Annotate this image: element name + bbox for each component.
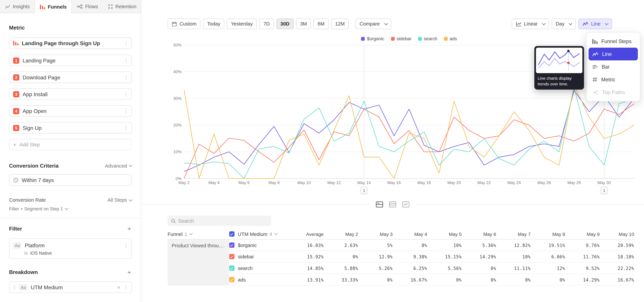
kebab-icon[interactable]: ⋮ [124,242,128,248]
funnel-icon [13,40,18,46]
linear-axes-icon [516,21,522,26]
line-dropdown-button[interactable]: Line [578,18,612,29]
date-button-label: Custom [180,21,196,27]
x-axis-tick: May 12 [327,180,341,185]
kebab-icon[interactable]: ⋮ [124,284,128,290]
linear-dropdown-button[interactable]: Linear [512,18,549,29]
search-row [168,216,634,226]
value-cell: 14.29% [565,274,600,286]
date-custom-button[interactable]: Custom [168,18,200,29]
annotation-marker[interactable]: 1 [601,187,608,194]
series-label: sidebar [238,254,254,260]
funnel-step-2[interactable]: 2Download Page⋮ [9,72,132,83]
date-12m-button[interactable]: 12M [331,18,349,29]
view-toggle-chart[interactable] [401,200,410,208]
dropdown-button-label: Day [556,21,564,27]
tab-funnels[interactable]: Funnels [35,0,72,14]
funnel-step-5[interactable]: 5Sign Up⋮ [9,122,132,134]
value-cell: 16.67% [600,274,634,286]
tab-insights[interactable]: Insights [0,0,35,13]
table-row-organic[interactable]: $organic [229,240,278,251]
legend-item-search[interactable]: search [418,36,437,41]
value-cell: 12.82% [496,240,531,251]
y-axis-tick: 50% [173,42,182,47]
checkbox-checked-icon[interactable] [229,242,234,248]
search-box[interactable] [168,216,271,226]
check-icon [230,243,233,246]
step-label: App Install [23,91,120,97]
legend-item-sidebar[interactable]: sidebar [391,36,412,41]
value-cell: 18.18% [600,251,634,262]
view-toggle-table[interactable] [388,200,397,208]
breakdown-column-header[interactable]: UTM Medium4 [229,229,278,240]
kebab-icon[interactable]: ⋮ [124,91,128,97]
advanced-dropdown[interactable]: Advanced [105,163,132,168]
breakdown-property-label: UTM Medium [31,284,114,290]
kebab-icon[interactable]: ⋮ [124,74,128,80]
menu-item-bar[interactable]: Bar [588,60,638,73]
annotation-marker[interactable]: 1 [361,187,367,194]
drag-handle-icon[interactable]: ⣿ [13,285,16,289]
table-row-sidebar[interactable]: sidebar [229,251,278,262]
funnel-metric-card[interactable]: Landing Page through Sign Up ⋮ [9,38,132,49]
funnel-column-header[interactable]: Funnel1 [168,229,229,240]
legend-item-organic[interactable]: $organic [361,36,384,41]
add-filter-button[interactable]: + [126,225,132,232]
checkbox-checked-icon[interactable] [229,277,234,282]
add-step-button[interactable]: + Add Step [9,139,132,150]
day-dropdown-button[interactable]: Day [552,18,576,29]
kebab-icon[interactable]: ⋮ [124,40,128,46]
checkbox-checked-icon[interactable] [229,231,234,237]
breakdown-card[interactable]: ⣿ Aa UTM Medium × ⋮ [9,282,132,293]
kebab-icon[interactable]: ⋮ [124,125,128,130]
value-cell: 11.11% [496,262,531,274]
hash-icon [592,77,598,82]
filter-condition[interactable]: Is iOS Native [13,251,128,256]
value-cell: 10% [427,240,462,251]
filter-card[interactable]: Aa Platform ⋮ Is iOS Native [9,238,132,259]
funnel-name: Landing Page through Sign Up [22,40,120,46]
chart-toolbar: CustomTodayYesterday7D30D3M6M12M Compare… [168,18,634,29]
value-cell: 16.03% [278,240,324,251]
value-cell: 5.36% [462,240,496,251]
x-axis-tick: May 14 [358,180,371,185]
view-toggle-split[interactable] [375,200,384,208]
divider [0,218,141,218]
clock-icon [13,177,18,183]
legend-item-ads[interactable]: ads [444,36,457,41]
tab-retention[interactable]: Retention [103,0,142,13]
checkbox-checked-icon[interactable] [229,266,234,271]
menu-item-line[interactable]: Line [588,48,638,60]
checkbox-checked-icon[interactable] [229,254,234,259]
date-3m-button[interactable]: 3M [296,18,311,29]
y-axis-tick: 40% [173,69,182,74]
date-30d-button[interactable]: 30D [276,18,294,29]
kebab-icon[interactable]: ⋮ [124,58,128,63]
kebab-icon[interactable]: ⋮ [124,108,128,114]
date-7d-button[interactable]: 7D [259,18,274,29]
tab-flows[interactable]: Flows [72,0,103,13]
table-row-ads[interactable]: ads [229,274,278,286]
close-icon[interactable]: × [117,284,120,290]
all-steps-dropdown[interactable]: All Steps [108,197,132,203]
search-input[interactable] [178,218,268,224]
conversion-window-card[interactable]: Within 7 days [9,174,132,186]
step-number-badge: 4 [13,108,19,114]
table-row-search[interactable]: search [229,262,278,274]
menu-item-metric[interactable]: Metric [588,73,638,86]
chevron-down-icon [569,22,572,25]
conversion-criteria-row: Conversion Criteria Advanced [9,163,132,169]
compare-button[interactable]: Compare [355,18,391,29]
add-breakdown-button[interactable]: + [126,269,132,276]
funnel-step-3[interactable]: 3App Install⋮ [9,88,132,100]
date-yesterday-button[interactable]: Yesterday [227,18,257,29]
value-cell: 2.63% [324,240,358,251]
menu-item-funnel-steps[interactable]: Funnel Steps [588,35,638,48]
funnel-step-4[interactable]: 4App Open⋮ [9,105,132,117]
series-label: search [238,265,252,271]
date-today-button[interactable]: Today [203,18,224,29]
plus-icon: + [13,142,16,148]
funnel-step-1[interactable]: 1Landing Page⋮ [9,55,132,66]
date-6m-button[interactable]: 6M [314,18,328,29]
filter-segment-toggle[interactable]: Filter + Segment on Step 1 [9,206,132,211]
